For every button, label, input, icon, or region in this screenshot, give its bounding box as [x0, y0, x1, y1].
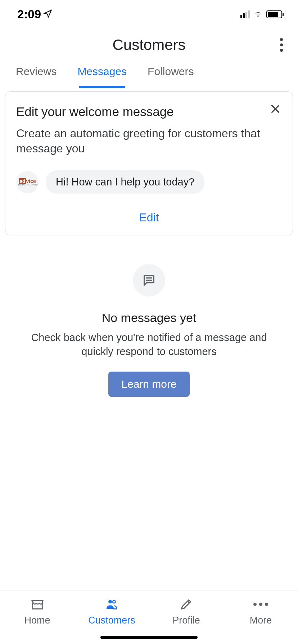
tab-label: Followers — [148, 65, 194, 77]
svg-point-1 — [113, 601, 116, 603]
more-horizontal-icon — [253, 597, 268, 611]
learn-more-button[interactable]: Learn more — [108, 372, 189, 397]
nav-more[interactable]: More — [224, 590, 298, 644]
empty-description: Check back when you're notified of a mes… — [29, 331, 269, 359]
nav-label: More — [250, 615, 272, 626]
storefront-icon — [30, 597, 45, 611]
clock-time: 2:09 — [17, 8, 41, 21]
edit-label: Edit — [139, 211, 159, 224]
battery-icon — [266, 10, 284, 18]
message-icon-circle — [133, 264, 165, 296]
svg-point-0 — [108, 600, 112, 603]
avatar-brand-sub: INTERACTIVE GROUP — [17, 184, 38, 186]
tab-label: Messages — [77, 65, 127, 77]
status-time: 2:09 — [17, 8, 53, 21]
empty-title: No messages yet — [29, 311, 269, 325]
greeting-preview: adadvicevice INTERACTIVE GROUP Hi! How c… — [16, 170, 282, 194]
page-title: Customers — [112, 36, 185, 54]
card-title: Edit your welcome message — [16, 105, 282, 119]
empty-state: No messages yet Check back when you're n… — [0, 264, 298, 397]
tab-messages[interactable]: Messages — [77, 65, 127, 88]
close-button[interactable] — [267, 100, 284, 119]
card-subtitle: Create an automatic greeting for custome… — [16, 126, 282, 156]
more-options-button[interactable] — [276, 34, 286, 55]
greeting-bubble: Hi! How can I help you today? — [46, 170, 204, 194]
nav-label: Customers — [88, 615, 135, 626]
status-icons — [240, 9, 284, 19]
app-header: Customers — [0, 29, 298, 61]
message-icon — [142, 273, 156, 288]
tab-bar: Reviews Messages Followers — [0, 61, 298, 86]
welcome-message-card: Edit your welcome message Create an auto… — [5, 91, 293, 235]
nav-label: Profile — [172, 615, 200, 626]
tab-label: Reviews — [16, 65, 57, 77]
edit-button[interactable]: Edit — [16, 211, 282, 224]
wifi-icon — [253, 9, 263, 19]
pencil-icon — [179, 597, 194, 611]
location-icon — [43, 8, 53, 21]
close-icon — [270, 103, 281, 115]
nav-home[interactable]: Home — [0, 590, 74, 644]
learn-more-label: Learn more — [121, 378, 176, 390]
people-icon — [105, 597, 119, 611]
tab-followers[interactable]: Followers — [148, 65, 194, 88]
nav-label: Home — [24, 615, 50, 626]
business-avatar: adadvicevice INTERACTIVE GROUP — [16, 171, 39, 193]
tab-reviews[interactable]: Reviews — [16, 65, 57, 88]
signal-icon — [240, 10, 250, 18]
status-bar: 2:09 — [0, 0, 298, 29]
home-indicator[interactable] — [100, 636, 198, 639]
